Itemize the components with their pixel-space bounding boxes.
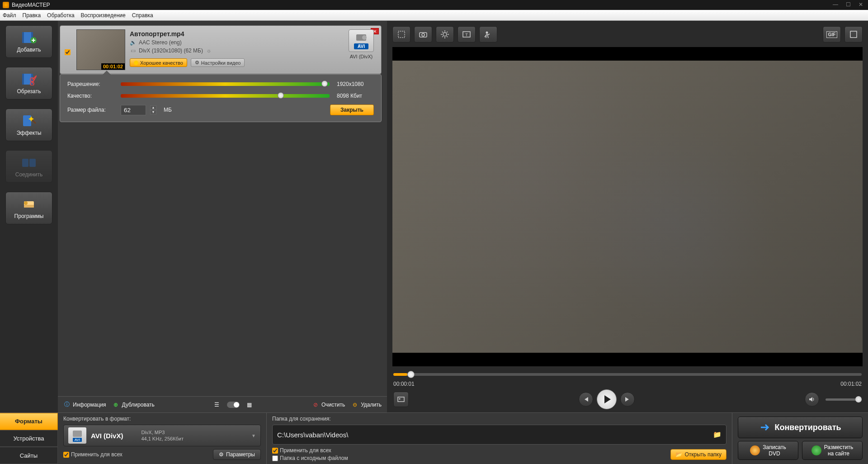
apply-all-format[interactable]: Применить для всех xyxy=(63,451,123,458)
size-input[interactable] xyxy=(121,105,146,115)
preview-panel: T GIF 00:00:01 00:01:02 xyxy=(387,21,868,412)
svg-rect-1 xyxy=(22,32,24,43)
menubar: Файл Правка Обработка Воспроизведение Сп… xyxy=(0,10,868,21)
quality-pill[interactable]: Хорошее качество xyxy=(130,58,187,67)
menu-file[interactable]: Файл xyxy=(3,12,16,19)
save-path[interactable]: C:\Users\vaban\Videos\ 📁 xyxy=(272,425,726,445)
file-audio: AAC Stereo (eng) xyxy=(139,39,182,46)
snapshot-button[interactable] xyxy=(393,392,409,407)
format-selector[interactable]: AVI AVI (DivX) DivX, MP3 44,1 KHz, 256Кб… xyxy=(63,425,261,446)
delete-button[interactable]: ⊖Удалить xyxy=(351,401,382,408)
settings-small-icon[interactable]: ☼ xyxy=(206,47,212,54)
tab-sites[interactable]: Сайты xyxy=(0,447,58,464)
list-toolbar: ⓘИнформация ⊕Дублировать ☰ ▦ ⊘Очистить ⊖… xyxy=(58,396,387,412)
time-total: 00:01:02 xyxy=(840,381,862,387)
video-preview[interactable] xyxy=(392,47,863,366)
svg-rect-33 xyxy=(398,397,404,402)
file-item[interactable]: ✕ 00:01:02 Автопортрет.mp4 🔊AAC Stereo (… xyxy=(60,25,382,74)
sidebar-apps-label: Программы xyxy=(14,213,44,219)
tab-formats[interactable]: Форматы xyxy=(0,413,58,430)
seek-slider[interactable] xyxy=(393,373,862,376)
size-label: Размер файла: xyxy=(67,107,116,113)
maximize-button[interactable]: ☐ xyxy=(844,1,853,9)
menu-edit[interactable]: Правка xyxy=(23,12,41,19)
view-grid-icon[interactable]: ▦ xyxy=(246,401,253,408)
svg-rect-10 xyxy=(22,159,28,167)
camera-icon[interactable] xyxy=(414,26,432,43)
clear-button[interactable]: ⊘Очистить xyxy=(312,401,345,408)
text-icon[interactable]: T xyxy=(458,26,476,43)
brightness-icon[interactable] xyxy=(436,26,454,43)
svg-line-26 xyxy=(447,36,448,37)
file-video: DivX (1920x1080) (62 МБ) xyxy=(139,47,203,54)
sidebar-programs[interactable]: Программы xyxy=(5,192,52,224)
tab-devices[interactable]: Устройства xyxy=(0,430,58,447)
svg-point-20 xyxy=(443,33,447,36)
info-button[interactable]: ⓘИнформация xyxy=(63,401,106,408)
app-title: ВидеоМАСТЕР xyxy=(12,2,50,8)
svg-line-25 xyxy=(442,32,443,33)
resolution-label: Разрешение: xyxy=(67,81,116,87)
svg-line-28 xyxy=(447,32,448,33)
volume-button[interactable] xyxy=(805,392,819,407)
play-button[interactable] xyxy=(597,389,617,409)
file-thumbnail[interactable]: 00:01:02 xyxy=(76,29,125,70)
quality-label: Качество: xyxy=(67,93,116,99)
fx-icon xyxy=(21,114,37,128)
gear-icon: ⚙ xyxy=(219,451,224,458)
convert-icon xyxy=(759,422,770,433)
format-title: AVI (DivX) xyxy=(91,432,123,440)
svg-point-19 xyxy=(422,33,425,36)
format-sub2: 44,1 KHz, 256Кбит xyxy=(141,436,184,441)
convert-button[interactable]: Конвертировать xyxy=(738,417,863,438)
svg-rect-14 xyxy=(24,205,34,208)
menu-help[interactable]: Справка xyxy=(132,12,153,19)
browse-icon[interactable]: 📁 xyxy=(713,431,722,439)
file-list-panel: ✕ 00:01:02 Автопортрет.mp4 🔊AAC Stereo (… xyxy=(58,21,387,412)
svg-rect-5 xyxy=(22,74,24,85)
sidebar-cut[interactable]: Обрезать xyxy=(5,67,52,99)
size-unit: МБ xyxy=(164,107,172,113)
apps-icon xyxy=(21,197,37,211)
minimize-button[interactable]: — xyxy=(831,1,840,9)
file-duration: 00:01:02 xyxy=(101,63,125,70)
fullscreen-icon[interactable] xyxy=(844,26,863,43)
file-checkbox[interactable] xyxy=(65,49,71,55)
svg-point-13 xyxy=(24,201,28,205)
menu-playback[interactable]: Воспроизведение xyxy=(81,12,126,19)
folder-icon: 📂 xyxy=(675,451,682,458)
file-title: Автопортрет.mp4 xyxy=(130,30,341,38)
view-toggle-icon[interactable] xyxy=(227,402,240,408)
resolution-slider[interactable] xyxy=(121,82,330,86)
view-list-icon[interactable]: ☰ xyxy=(213,401,221,408)
speed-icon[interactable] xyxy=(479,26,497,43)
menu-process[interactable]: Обработка xyxy=(47,12,75,19)
volume-slider[interactable] xyxy=(826,398,862,401)
sidebar: Добавить Обрезать Эффекты Соединить Прог… xyxy=(0,21,58,412)
format-sub1: DivX, MP3 xyxy=(141,430,184,435)
params-button[interactable]: ⚙Параметры xyxy=(213,449,261,460)
video-settings-pill[interactable]: ⚙Настройки видео xyxy=(191,58,245,67)
sidebar-effects[interactable]: Эффекты xyxy=(5,109,52,141)
gif-button[interactable]: GIF xyxy=(823,26,841,43)
close-button[interactable]: ✕ xyxy=(856,1,865,9)
upload-button[interactable]: Разместитьна сайте xyxy=(802,441,863,460)
prev-button[interactable] xyxy=(579,392,593,407)
add-icon xyxy=(21,30,37,45)
sidebar-add[interactable]: Добавить xyxy=(5,25,52,58)
next-button[interactable] xyxy=(620,392,635,407)
close-popup-button[interactable]: Закрыть xyxy=(330,104,374,115)
duplicate-button[interactable]: ⊕Дублировать xyxy=(112,401,154,408)
size-up[interactable]: ▲ xyxy=(150,105,156,110)
source-folder-check[interactable]: Папка с исходным файлом xyxy=(272,455,348,461)
burn-dvd-button[interactable]: ЗаписатьDVD xyxy=(738,441,798,460)
crop-icon[interactable] xyxy=(392,26,410,43)
svg-point-16 xyxy=(362,35,367,40)
size-down[interactable]: ▼ xyxy=(150,110,156,114)
format-badge[interactable]: AVI AVI (DivX) xyxy=(346,29,377,70)
cut-icon xyxy=(21,72,37,86)
sidebar-add-label: Добавить xyxy=(17,47,41,53)
quality-slider[interactable] xyxy=(121,94,330,98)
open-folder-button[interactable]: 📂Открыть папку xyxy=(670,449,726,460)
apply-all-path[interactable]: Применить для всех xyxy=(272,447,348,454)
